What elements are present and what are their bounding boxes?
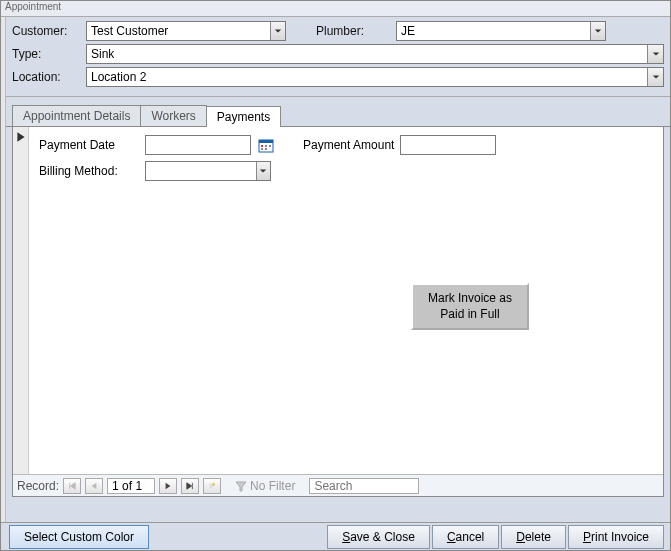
type-dropdown[interactable] [86,44,664,64]
location-label: Location: [12,70,86,84]
chevron-down-icon [274,27,282,35]
payment-amount-label: Payment Amount [303,138,394,152]
chevron-down-icon [652,73,660,81]
plumber-input[interactable] [397,22,590,40]
record-selector-bar[interactable] [13,127,29,496]
payment-date-label: Payment Date [39,138,139,152]
location-dropdown[interactable] [86,67,664,87]
plumber-label: Plumber: [316,24,396,38]
svg-rect-5 [261,148,263,150]
svg-rect-1 [259,140,273,143]
customer-dropdown[interactable] [86,21,286,41]
payment-amount-input[interactable] [400,135,496,155]
mark-invoice-paid-line1: Mark Invoice as [428,291,512,305]
left-gutter [1,17,6,522]
type-dropdown-button[interactable] [647,45,663,63]
nav-record-counter[interactable] [107,478,155,494]
customer-label: Customer: [12,24,86,38]
chevron-down-icon [259,167,267,175]
type-input[interactable] [87,45,647,63]
location-dropdown-button[interactable] [647,68,663,86]
select-custom-color-button[interactable]: Select Custom Color [9,525,149,549]
record-nav-label: Record: [17,479,59,493]
funnel-icon [235,480,247,492]
payment-date-input[interactable] [145,135,251,155]
svg-rect-2 [261,145,263,147]
billing-method-dropdown-button[interactable] [256,162,270,180]
tab-workers[interactable]: Workers [140,105,206,126]
nav-first-button[interactable] [63,478,81,494]
chevron-down-icon [594,27,602,35]
tab-appointment-details[interactable]: Appointment Details [12,105,141,126]
header-form: Customer: Plumber: Type: [6,17,670,97]
record-nav-bar: Record: No Filter [13,474,663,496]
nav-last-button[interactable] [181,478,199,494]
nav-search-input[interactable] [309,478,419,494]
chevron-down-icon [652,50,660,58]
nav-filter-label: No Filter [250,479,295,493]
tabstrip: Appointment Details Workers Payments [6,97,670,127]
tab-payments[interactable]: Payments [206,106,281,127]
type-label: Type: [12,47,86,61]
payments-form: Payment Date Payment Amount Billing Meth… [13,127,663,195]
window-title: Appointment [1,1,670,17]
current-record-icon [15,131,27,143]
nav-prev-button[interactable] [85,478,103,494]
svg-rect-6 [265,148,267,150]
nav-next-button[interactable] [159,478,177,494]
cancel-button[interactable]: Cancel [432,525,499,549]
svg-rect-3 [265,145,267,147]
billing-method-dropdown[interactable] [145,161,271,181]
footer-bar: Select Custom Color Save & Close Cancel … [1,522,670,550]
plumber-dropdown-button[interactable] [590,22,605,40]
save-close-button[interactable]: Save & Close [327,525,430,549]
select-custom-color-label: Select Custom Color [24,530,134,544]
plumber-dropdown[interactable] [396,21,606,41]
mark-invoice-paid-line2: Paid in Full [440,307,499,321]
billing-method-input[interactable] [146,162,256,180]
calendar-icon[interactable] [257,136,275,154]
billing-method-label: Billing Method: [39,164,139,178]
location-input[interactable] [87,68,647,86]
nav-new-button[interactable] [203,478,221,494]
nav-filter-indicator[interactable]: No Filter [235,479,295,493]
appointment-window: Appointment Customer: Plumber: Type: [0,0,671,551]
customer-input[interactable] [87,22,270,40]
svg-rect-4 [269,145,271,147]
mark-invoice-paid-button[interactable]: Mark Invoice as Paid in Full [411,283,529,330]
delete-button[interactable]: Delete [501,525,566,549]
payments-panel: Payment Date Payment Amount Billing Meth… [12,127,664,497]
print-invoice-button[interactable]: Print Invoice [568,525,664,549]
customer-dropdown-button[interactable] [270,22,285,40]
